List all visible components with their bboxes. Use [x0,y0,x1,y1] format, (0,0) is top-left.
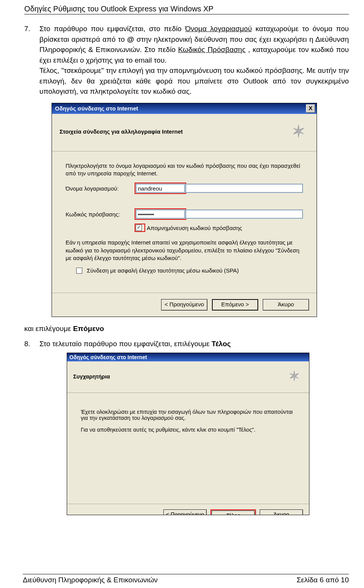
account-row: Όνομα λογαριασμού: nandreou [66,183,303,194]
at-sign: @ [127,35,134,43]
wizard-star-icon [286,368,303,385]
next-bold: Επόμενο [73,325,104,333]
step-7-text: Στο παράθυρο που εμφανίζεται, στο πεδίο … [39,24,349,97]
cancel-button[interactable]: Άκυρο [263,299,309,311]
t: και επιλέγουμε [24,325,73,333]
wizard-star-icon [289,121,309,142]
dialog-title: Οδηγός σύνδεσης στο Internet [55,105,306,112]
step-8-text: Στο τελευταίο παράθυρο που εμφανίζεται, … [39,340,349,348]
step-7: 7. Στο παράθυρο που εμφανίζεται, στο πεδ… [24,24,349,97]
dialog-body: Πληκτρολογήστε το όνομα λογαριασμού και … [52,151,317,293]
step-8: 8. Στο τελευταίο παράθυρο που εμφανίζετα… [24,340,349,348]
finish-highlight: Τέλος [210,509,256,515]
dialog2-header-text: Συγχαρητήρια [73,374,286,380]
spa-label: Σύνδεση με ασφαλή έλεγχο ταυτότητας μέσω… [87,267,239,274]
footer-right: Σελίδα 6 από 10 [297,576,349,584]
account-underline: Όνομα λογαριασμού [185,25,252,33]
dialog2-title: Οδηγός σύνδεσης στο Internet [69,354,147,360]
step-8-number: 8. [24,340,39,348]
dialog-header-text: Στοιχεία σύνδεσης για αλληλογραφία Inter… [60,128,289,135]
password-highlight: •••••••• [135,208,186,220]
account-input[interactable]: nandreou [136,184,185,193]
password-input-rest[interactable] [185,210,303,219]
wizard-dialog-logon: Οδηγός σύνδεσης στο Internet X Στοιχεία … [52,103,317,317]
dialog2-text1: Έχετε ολοκληρώσει με επιτυχία την εισαγω… [81,409,295,421]
remember-highlight: ✓ [135,224,145,232]
dialog2-text2: Για να αποθηκεύσετε αυτές τις ρυθμίσεις,… [81,427,295,433]
t: Στο παράθυρο που εμφανίζεται, στο πεδίο [39,25,185,33]
back-button[interactable]: < Προηγούμενο [161,299,207,311]
after-dialog-line: και επιλέγουμε Επόμενο [24,325,349,333]
spa-checkbox[interactable] [76,268,82,274]
t: Στο τελευταίο παράθυρο που εμφανίζεται, … [39,340,212,348]
password-label: Κωδικός πρόσβασης: [66,211,135,218]
remember-label: Απομνημόνευση κωδικού πρόσβασης [147,225,242,231]
footer-left: Διεύθυνση Πληροφορικής & Επικοινωνιών [23,576,158,584]
dialog-instructions: Πληκτρολογήστε το όνομα λογαριασμού και … [66,162,303,178]
remember-row: ✓ Απομνημόνευση κωδικού πρόσβασης [135,224,303,232]
dialog2-body: Έχετε ολοκληρώσει με επιτυχία την εισαγω… [67,393,309,504]
finish-bold: Τέλος [212,340,231,348]
finish-button[interactable]: Τέλος [212,511,255,515]
back-button-2[interactable]: < Προηγούμενο [163,509,207,515]
dialog2-buttons: < Προηγούμενο Τέλος Άκυρο [67,504,309,515]
doc-title: Οδηγίες Ρύθμισης του Outlook Express για… [24,5,349,13]
dialog-buttons: < Προηγούμενο Επόμενο > Άκυρο [52,293,317,317]
account-highlight: nandreou [135,183,186,194]
cancel-button-2[interactable]: Άκυρο [260,509,303,515]
titlebar: Οδηγός σύνδεσης στο Internet X [52,103,317,114]
close-icon[interactable]: X [306,104,315,113]
dialog-header: Στοιχεία σύνδεσης για αλληλογραφία Inter… [52,114,317,151]
next-button[interactable]: Επόμενο > [212,299,258,311]
account-input-rest[interactable] [185,184,303,193]
remember-checkbox[interactable]: ✓ [136,225,142,231]
password-underline: Κωδικός Πρόσβασης [178,46,246,54]
account-label: Όνομα λογαριασμού: [66,185,135,192]
spa-row: Σύνδεση με ασφαλή έλεγχο ταυτότητας μέσω… [76,267,303,274]
wizard-dialog-finish: Οδηγός σύνδεσης στο Internet Συγχαρητήρι… [67,353,309,515]
page-footer: Διεύθυνση Πληροφορικής & Επικοινωνιών Σε… [23,574,349,584]
step-7-number: 7. [24,24,39,34]
password-row: Κωδικός πρόσβασης: •••••••• [66,208,303,220]
spa-paragraph: Εάν η υπηρεσία παροχής Internet απαιτεί … [66,239,303,262]
password-input[interactable]: •••••••• [136,210,185,219]
top-rule [24,14,349,14]
dialog2-header: Συγχαρητήρια [67,361,309,393]
titlebar-2: Οδηγός σύνδεσης στο Internet [67,353,309,361]
t: Τέλος, "τσεκάρουμε" την επιλογή για την … [39,66,349,95]
